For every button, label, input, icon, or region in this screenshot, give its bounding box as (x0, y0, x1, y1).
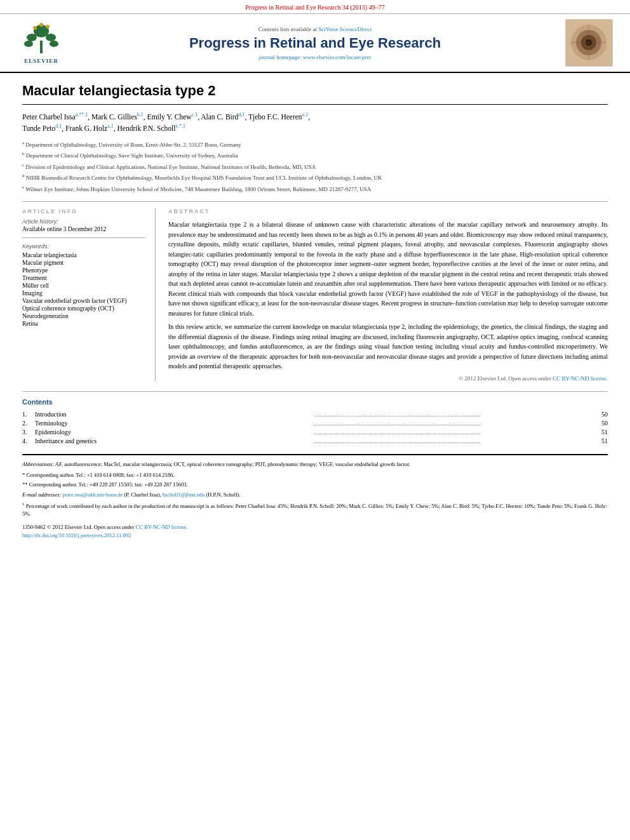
affiliations: a Department of Ophthalmology, Universit… (22, 140, 608, 203)
footnote-corresponding-1: * Corresponding author. Tel.: +1 410 614… (22, 471, 608, 479)
license-link[interactable]: CC BY-NC-ND license. (136, 524, 188, 530)
keywords-list: Macular telangiectasia Macular pigment P… (22, 252, 145, 327)
email-issa[interactable]: peter.issa@ukb.uni-bonn.de (62, 491, 123, 498)
author-hendrik-sup: e,*,1 (175, 124, 185, 130)
article-info-column: ARTICLE INFO Article history: Available … (22, 208, 156, 382)
contents-dots-3: ........................................… (314, 429, 590, 436)
left-divider (22, 237, 145, 238)
author-mark: Mark C. Gillies (91, 113, 137, 121)
bottom-license: 1350-9462 © 2012 Elsevier Ltd. Open acce… (22, 523, 608, 540)
contents-title-3: Epidemiology (35, 429, 311, 436)
contents-page-1: 50 (592, 411, 608, 418)
author-issa-sup: a,**,1 (76, 112, 88, 117)
keyword-8: Neurodegeneration (22, 313, 145, 319)
svg-point-3 (27, 34, 37, 41)
author-frank: Frank G. Holz (65, 124, 107, 132)
author-alan: Alan C. Bird (201, 113, 238, 121)
keyword-7: Optical coherence tomography (OCT) (22, 305, 145, 312)
journal-title: Progress in Retinal and Eye Research (76, 35, 554, 51)
page-container: Progress in Retinal and Eye Research 34 … (0, 0, 630, 840)
abstract-paragraph-2: In this review article, we summarize the… (168, 322, 608, 371)
keywords-label: Keywords: (22, 243, 145, 250)
footnote-percentage: 1 Percentage of work contributed by each… (22, 501, 608, 518)
author-hendrik: Hendrik P.N. Scholl (117, 124, 175, 132)
contents-num-2: 2. (22, 420, 35, 427)
svg-rect-1 (40, 41, 43, 53)
copyright-text: © 2012 Elsevier Ltd. Open access under (459, 375, 551, 382)
keyword-3: Treatment (22, 275, 145, 281)
homepage-url: www.elsevier.com/locate/prer (303, 54, 371, 60)
email-scholl[interactable]: hscholl1@jhmi.edu (163, 491, 205, 498)
keyword-2: Phenotype (22, 267, 145, 274)
contents-dots-1: ........................................… (314, 411, 590, 418)
copyright-line: © 2012 Elsevier Ltd. Open access under C… (168, 375, 608, 382)
doi-link[interactable]: http://dx.doi.org/10.1016/j.preteyeres.2… (22, 532, 131, 538)
abstract-column: ABSTRACT Macular telangiectasia type 2 i… (168, 208, 608, 382)
contents-page-2: 50 (592, 420, 608, 427)
contents-title-1: Introduction (35, 411, 311, 418)
contents-item-1: 1. Introduction ........................… (22, 411, 608, 418)
contents-header: Contents (22, 398, 608, 406)
affiliation-d: d NIHR Biomedical Research Centre for Op… (22, 173, 608, 183)
contents-num-4: 4. (22, 437, 35, 444)
author-tjebo: Tjebo F.C. Heeren (248, 113, 302, 121)
affiliation-b: b Department of Clinical Ophthalmology, … (22, 150, 608, 161)
svg-point-8 (46, 25, 50, 29)
keyword-0: Macular telangiectasia (22, 252, 145, 258)
copyright-link[interactable]: CC BY-NC-ND license. (553, 375, 608, 382)
footnotes: * Corresponding author. Tel.: +1 410 614… (22, 471, 608, 519)
contents-title-2: Terminology (35, 420, 311, 427)
author-mark-sup: b,1 (137, 112, 144, 117)
svg-point-6 (50, 41, 58, 47)
bottom-section: Abbreviations: AF, autofluorescence; Mac… (22, 454, 608, 540)
homepage-label: journal homepage: (259, 54, 302, 60)
keyword-6: Vascular endothelial growth factor (VEGF… (22, 298, 145, 304)
journal-header: ELSEVIER Contents lists available at Sci… (0, 14, 630, 73)
contents-num-3: 3. (22, 429, 35, 436)
history-value: Available online 3 December 2012 (22, 226, 145, 232)
affiliation-c: c Division of Epidemiology and Clinical … (22, 162, 608, 172)
elsevier-label: ELSEVIER (24, 58, 58, 64)
keyword-1: Macular pigment (22, 260, 145, 266)
affiliation-a: a Department of Ophthalmology, Universit… (22, 140, 608, 150)
journal-center: Contents lists available at SciVerse Sci… (70, 26, 560, 60)
contents-page-4: 51 (592, 437, 608, 444)
elsevier-tree-icon (22, 22, 60, 57)
elsevier-logo: ELSEVIER (22, 22, 60, 64)
eye-journal-logo (565, 19, 613, 67)
keyword-9: Retina (22, 321, 145, 327)
author-alan-sup: d,1 (238, 112, 245, 117)
keyword-5: Imaging (22, 290, 145, 297)
article-title: Macular telangiectasia type 2 (22, 83, 608, 105)
elsevier-logo-left: ELSEVIER (13, 22, 70, 64)
author-tjebo-sup: a,1 (302, 112, 309, 117)
abstract-paragraph-1: Macular telangiectasia type 2 is a bilat… (168, 220, 608, 318)
contents-item-4: 4. Inheritance and genetics ............… (22, 437, 608, 444)
contents-item-3: 3. Epidemiology ........................… (22, 429, 608, 436)
contents-title-4: Inheritance and genetics (35, 437, 311, 444)
author-tunde: Tunde Peto (22, 124, 55, 132)
abstract-header: ABSTRACT (168, 208, 608, 215)
main-content: Macular telangiectasia type 2 Peter Char… (0, 73, 630, 546)
contents-dots-2: ........................................… (314, 420, 590, 427)
authors: Peter Charbel Issaa,**,1, Mark C. Gillie… (22, 111, 608, 135)
contents-dots-4: ........................................… (314, 438, 590, 444)
sciverse-line: Contents lists available at SciVerse Sci… (76, 26, 554, 32)
sciverse-link[interactable]: SciVerse ScienceDirect (318, 26, 372, 32)
eye-logo-icon (566, 20, 612, 66)
author-tunde-sup: d,1 (55, 124, 62, 130)
journal-logo-right (560, 19, 617, 67)
svg-point-9 (39, 23, 43, 27)
journal-homepage: journal homepage: www.elsevier.com/locat… (76, 54, 554, 60)
article-info-header: ARTICLE INFO (22, 208, 145, 215)
footnote-emails: E-mail addresses: peter.issa@ukb.uni-bon… (22, 491, 608, 499)
history-label: Article history: (22, 218, 145, 225)
keyword-4: Müller cell (22, 283, 145, 289)
contents-num-1: 1. (22, 411, 35, 418)
abstract-text: Macular telangiectasia type 2 is a bilat… (168, 220, 608, 371)
author-emily-sup: c,1 (192, 112, 198, 117)
affiliation-e: e Wilmer Eye Institute, Johns Hopkins Un… (22, 184, 608, 194)
abbreviations: Abbreviations: AF, autofluorescence; Mac… (22, 460, 608, 469)
author-frank-sup: a,1 (107, 124, 114, 130)
contents-page-3: 51 (592, 429, 608, 436)
